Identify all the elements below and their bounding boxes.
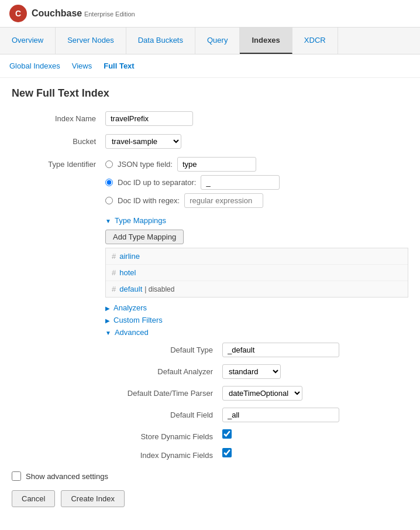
advanced-header[interactable]: Advanced <box>105 328 408 337</box>
default-type-label: Default Type <box>105 343 222 354</box>
add-type-mapping-button[interactable]: Add Type Mapping <box>105 230 184 244</box>
default-analyzer-wrap: standard simple whitespace stop keyword <box>222 364 408 379</box>
bottom-section: Show advanced settings Cancel Create Ind… <box>12 471 408 507</box>
bucket-select[interactable]: travel-sample beer-sample gamesim-sample <box>105 134 181 149</box>
advanced-caret <box>105 328 111 337</box>
default-type-input[interactable] <box>222 343 339 357</box>
type-mappings-header[interactable]: Type Mappings <box>105 216 408 225</box>
logo-text: Couchbase <box>32 8 82 18</box>
type-mappings-caret <box>105 217 111 224</box>
bucket-label: Bucket <box>12 134 105 146</box>
action-buttons: Cancel Create Index <box>12 490 408 507</box>
mapping-name-airline[interactable]: airline <box>119 252 140 261</box>
nav-data-buckets[interactable]: Data Buckets <box>126 28 195 54</box>
index-dynamic-row: Index Dynamic Fields <box>105 448 408 460</box>
json-type-field-radio[interactable] <box>105 160 113 168</box>
type-identifier-wrap: JSON type field: Doc ID up to separator:… <box>105 157 408 208</box>
logo-icon: C <box>9 5 27 22</box>
index-name-wrap <box>105 111 408 126</box>
mapping-item-hotel: # hotel <box>106 265 408 281</box>
store-dynamic-row: Store Dynamic Fields <box>105 429 408 441</box>
default-analyzer-label: Default Analyzer <box>105 364 222 376</box>
type-mappings-content: Add Type Mapping # airline # hotel # def… <box>105 230 408 298</box>
custom-filters-caret <box>105 316 110 324</box>
sub-nav: Global Indexes Views Full Text <box>0 54 420 78</box>
advanced-label: Advanced <box>115 328 149 337</box>
mapping-item-default: # default | disabled <box>106 281 408 297</box>
doc-id-separator-radio[interactable] <box>105 179 113 186</box>
default-datetime-row: Default Date/Time Parser dateTimeOptiona… <box>105 386 408 401</box>
mapping-hash-hotel: # <box>112 268 116 277</box>
cancel-button[interactable]: Cancel <box>12 490 55 507</box>
index-dynamic-checkbox[interactable] <box>222 448 232 457</box>
default-field-wrap <box>222 408 408 422</box>
sub-nav-full-text[interactable]: Full Text <box>104 59 134 73</box>
top-bar: C Couchbase Enterprise Edition <box>0 0 420 28</box>
store-dynamic-label: Store Dynamic Fields <box>105 429 222 441</box>
index-name-input[interactable] <box>105 111 193 126</box>
json-type-field-row: JSON type field: <box>105 157 408 172</box>
create-index-button[interactable]: Create Index <box>61 490 124 507</box>
main-nav: Overview Server Nodes Data Buckets Query… <box>0 28 420 54</box>
store-dynamic-wrap <box>222 429 408 440</box>
mapping-list: # airline # hotel # default | disabled <box>105 248 408 298</box>
page-title: New Full Text Index <box>12 87 408 100</box>
index-dynamic-label: Index Dynamic Fields <box>105 448 222 460</box>
default-field-input[interactable] <box>222 408 339 422</box>
advanced-section: Advanced Default Type Default Analyzer s… <box>105 328 408 460</box>
doc-id-regex-label: Doc ID with regex: <box>118 196 180 205</box>
show-advanced-checkbox[interactable] <box>12 471 21 481</box>
json-type-field-label: JSON type field: <box>118 160 173 169</box>
analyzers-label: Analyzers <box>113 303 147 312</box>
show-advanced-label: Show advanced settings <box>26 472 108 481</box>
index-name-row: Index Name <box>12 111 408 126</box>
analyzers-header[interactable]: Analyzers <box>105 303 408 312</box>
type-identifier-row: Type Identifier JSON type field: Doc ID … <box>12 157 408 208</box>
logo-edition: Enterprise Edition <box>84 11 135 18</box>
doc-id-separator-row: Doc ID up to separator: <box>105 175 408 190</box>
doc-id-regex-input[interactable] <box>184 193 263 208</box>
index-dynamic-wrap <box>222 448 408 459</box>
default-type-wrap <box>222 343 408 357</box>
default-analyzer-row: Default Analyzer standard simple whitesp… <box>105 364 408 379</box>
mapping-hash-default: # <box>112 285 116 293</box>
default-analyzer-select[interactable]: standard simple whitespace stop keyword <box>222 364 281 379</box>
doc-id-regex-radio[interactable] <box>105 197 113 204</box>
logo: C Couchbase Enterprise Edition <box>9 5 135 22</box>
default-field-row: Default Field <box>105 408 408 422</box>
bucket-row: Bucket travel-sample beer-sample gamesim… <box>12 134 408 149</box>
bucket-wrap: travel-sample beer-sample gamesim-sample <box>105 134 408 149</box>
type-identifier-radio-group: JSON type field: Doc ID up to separator:… <box>105 157 408 208</box>
page-content: New Full Text Index Index Name Bucket tr… <box>0 78 420 517</box>
show-advanced-row: Show advanced settings <box>12 471 408 481</box>
sub-nav-global-indexes[interactable]: Global Indexes <box>9 59 60 73</box>
nav-overview[interactable]: Overview <box>0 28 56 54</box>
nav-server-nodes[interactable]: Server Nodes <box>56 28 126 54</box>
default-field-label: Default Field <box>105 408 222 419</box>
doc-id-separator-input[interactable] <box>201 175 280 190</box>
mapping-hash-airline: # <box>112 252 116 261</box>
custom-filters-label: Custom Filters <box>113 316 163 324</box>
json-type-field-input[interactable] <box>177 157 256 172</box>
advanced-content: Default Type Default Analyzer standard s… <box>105 343 408 460</box>
logo-text-group: Couchbase Enterprise Edition <box>32 8 135 19</box>
store-dynamic-checkbox[interactable] <box>222 429 232 439</box>
doc-id-separator-label: Doc ID up to separator: <box>118 178 196 187</box>
nav-xdcr[interactable]: XDCR <box>292 28 338 54</box>
custom-filters-header[interactable]: Custom Filters <box>105 316 408 324</box>
mapping-name-default[interactable]: default <box>119 285 142 293</box>
default-datetime-wrap: dateTimeOptional dateTime disabled <box>222 386 408 401</box>
sub-nav-views[interactable]: Views <box>72 59 92 73</box>
index-name-label: Index Name <box>12 111 105 123</box>
type-identifier-label: Type Identifier <box>12 157 105 169</box>
custom-filters-section: Custom Filters <box>105 316 408 324</box>
nav-query[interactable]: Query <box>195 28 240 54</box>
default-datetime-label: Default Date/Time Parser <box>105 386 222 398</box>
analyzers-section: Analyzers <box>105 303 408 312</box>
default-type-row: Default Type <box>105 343 408 357</box>
nav-indexes[interactable]: Indexes <box>240 28 292 54</box>
mapping-name-hotel[interactable]: hotel <box>119 268 136 277</box>
logo-initial: C <box>15 9 21 18</box>
default-datetime-select[interactable]: dateTimeOptional dateTime disabled <box>222 386 302 401</box>
analyzers-caret <box>105 303 110 312</box>
